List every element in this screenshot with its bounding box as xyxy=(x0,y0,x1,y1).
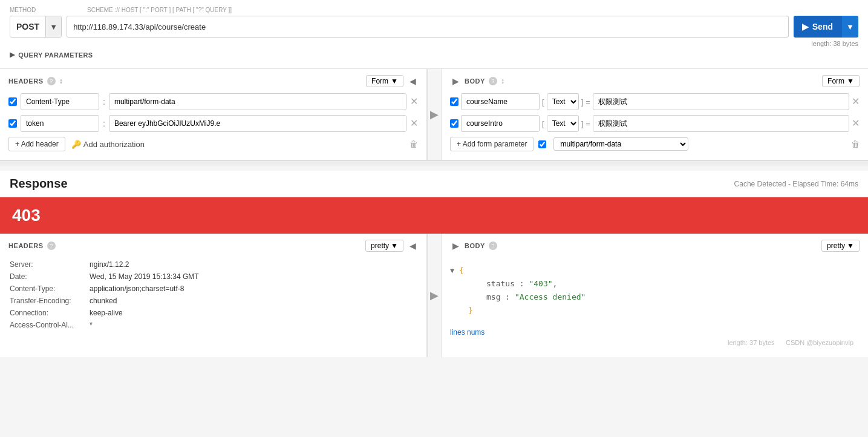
url-scheme-hint: SCHEME :// HOST [ ":" PORT ] [ PATH [ "?… xyxy=(87,7,232,13)
body-row-1-checkbox[interactable] xyxy=(450,97,458,106)
body-row-1: [ Text File ] = ✕ xyxy=(450,93,860,110)
panel-collapse-arrow[interactable]: ▶ xyxy=(430,108,439,121)
csdn-label: CSDN @biyezuopinvip xyxy=(786,339,853,346)
json-msg-colon: : xyxy=(505,292,515,301)
resp-header-date-value: Wed, 15 May 2019 15:13:34 GMT xyxy=(90,271,199,282)
headers-panel: HEADERS ? ↕ Form ▼ ◀ : ✕ : ✕ xyxy=(0,69,427,160)
lines-nums-link[interactable]: lines nums xyxy=(450,328,860,337)
resp-header-server-value: nginx/1.12.2 xyxy=(90,259,199,270)
resp-headers-pretty-btn[interactable]: pretty ▼ xyxy=(365,240,403,252)
header-row-1-remove[interactable]: ✕ xyxy=(410,97,418,107)
header-row-2-value[interactable] xyxy=(109,115,406,132)
json-status-colon: : xyxy=(520,279,529,288)
json-status-key: status xyxy=(486,279,515,288)
body-info-icon[interactable]: ? xyxy=(489,77,497,85)
body-row-1-close-bracket: ] xyxy=(581,97,584,107)
body-panel: ▶ BODY ? ↕ Form ▼ [ Text File ] = ✕ xyxy=(442,69,868,160)
resp-collapse-arrow[interactable]: ▶ xyxy=(430,289,439,302)
body-row-2-value[interactable] xyxy=(593,115,849,132)
body-form-chevron: ▼ xyxy=(847,77,854,85)
resp-headers-info-icon[interactable]: ? xyxy=(47,242,56,250)
response-body-panel: ▶ BODY ? pretty ▼ ▼ { status : xyxy=(442,234,868,357)
body-trash-icon[interactable]: 🗑 xyxy=(851,139,860,149)
header-row-2: : ✕ xyxy=(8,115,418,132)
multipart-select[interactable]: multipart/form-data application/x-www-fo… xyxy=(553,137,688,151)
resp-header-connection-value: keep-alive xyxy=(90,307,199,318)
url-row: POST ▼ ▶ Send ▼ xyxy=(10,16,858,38)
json-close-brace: } xyxy=(468,306,473,315)
json-msg-row: msg : "Access denied" xyxy=(450,291,860,304)
header-row-1: : ✕ xyxy=(8,93,418,110)
resp-body-pretty-chevron: ▼ xyxy=(847,242,854,250)
headers-info-icon[interactable]: ? xyxy=(47,77,56,85)
headers-sort-icon[interactable]: ↕ xyxy=(59,77,63,85)
headers-form-btn[interactable]: Form ▼ xyxy=(366,75,403,87)
body-row-2-type[interactable]: Text File xyxy=(547,115,579,132)
resp-header-content-type-key: Content-Type: xyxy=(10,283,88,294)
resp-header-transfer-encoding-value: chunked xyxy=(90,295,199,306)
body-row-1-remove[interactable]: ✕ xyxy=(852,97,860,107)
json-collapse-arrow[interactable]: ▼ xyxy=(450,266,454,275)
body-bottom-row: + Add form parameter multipart/form-data… xyxy=(450,137,860,151)
body-form-btn[interactable]: Form ▼ xyxy=(822,75,860,87)
resp-header-server-key: Server: xyxy=(10,259,88,270)
header-row-2-remove[interactable]: ✕ xyxy=(410,119,418,128)
resp-header-content-type-value: application/json;charset=utf-8 xyxy=(90,283,199,294)
json-collapse-row: ▼ { xyxy=(450,264,860,277)
url-input[interactable] xyxy=(67,16,789,38)
add-header-button[interactable]: + Add header xyxy=(8,137,65,151)
headers-collapse-btn[interactable]: ◀ xyxy=(407,76,418,87)
header-row-2-key[interactable] xyxy=(21,115,99,132)
body-row-2-checkbox[interactable] xyxy=(450,119,458,128)
resp-headers-title: HEADERS xyxy=(8,242,44,249)
method-box: POST ▼ xyxy=(10,16,62,38)
resp-header-server: Server: nginx/1.12.2 xyxy=(10,259,199,270)
url-length-info: length: 38 bytes xyxy=(10,40,858,47)
request-panels: HEADERS ? ↕ Form ▼ ◀ : ✕ : ✕ xyxy=(0,69,868,161)
body-title: BODY xyxy=(465,77,485,85)
resp-headers-collapse-btn[interactable]: ◀ xyxy=(407,240,418,251)
add-auth-button[interactable]: 🔑 Add authorization xyxy=(71,140,145,149)
send-label: Send xyxy=(812,22,833,31)
body-row-1-key[interactable] xyxy=(461,93,540,110)
json-close-row: } xyxy=(450,304,860,317)
resp-header-access-control: Access-Control-Al... * xyxy=(10,320,199,330)
header-row-1-key[interactable] xyxy=(21,93,99,110)
resp-header-transfer-encoding-key: Transfer-Encoding: xyxy=(10,295,88,306)
json-tree: ▼ { status : "403", msg : "Access denied… xyxy=(450,258,860,323)
resp-body-pretty-label: pretty xyxy=(827,242,845,250)
resp-header-connection: Connection: keep-alive xyxy=(10,307,199,318)
body-row-2-key[interactable] xyxy=(461,115,540,132)
header-row-2-checkbox[interactable] xyxy=(8,119,17,128)
resp-body-pretty-btn[interactable]: pretty ▼ xyxy=(821,240,860,252)
headers-trash-icon[interactable]: 🗑 xyxy=(410,139,418,149)
method-dropdown[interactable]: ▼ xyxy=(45,16,61,37)
body-expand-arrow[interactable]: ▶ xyxy=(450,76,461,87)
body-header-right: Form ▼ xyxy=(822,75,860,87)
response-title: Response xyxy=(10,177,68,191)
status-code: 403 xyxy=(12,206,41,225)
resp-body-expand-arrow[interactable]: ▶ xyxy=(450,240,461,251)
json-status-value: "403" xyxy=(529,279,552,288)
add-form-param-button[interactable]: + Add form parameter xyxy=(450,137,534,151)
resp-body-info-icon[interactable]: ? xyxy=(489,242,497,250)
add-form-param-label: + Add form parameter xyxy=(457,140,527,148)
resp-header-transfer-encoding: Transfer-Encoding: chunked xyxy=(10,295,199,306)
send-icon: ▶ xyxy=(802,22,809,31)
csdn-watermark: length: 37 bytes CSDN @biyezuopinvip xyxy=(450,337,860,349)
resp-headers-table: Server: nginx/1.12.2 Date: Wed, 15 May 2… xyxy=(8,258,200,332)
header-row-1-checkbox[interactable] xyxy=(8,97,17,106)
header-row-1-value[interactable] xyxy=(109,93,406,110)
status-bar: 403 xyxy=(0,197,868,234)
body-row-1-value[interactable] xyxy=(593,93,849,110)
query-params-toggle[interactable]: ▶ QUERY PARAMETERS xyxy=(10,47,858,62)
send-dropdown[interactable]: ▼ xyxy=(841,16,858,38)
multipart-checkbox[interactable] xyxy=(538,140,546,148)
send-button[interactable]: ▶ Send xyxy=(794,16,841,38)
headers-header-right: Form ▼ ◀ xyxy=(366,75,418,87)
body-row-1-type[interactable]: Text File xyxy=(547,93,579,110)
cache-info: Cache Detected - Elapsed Time: 64ms xyxy=(734,180,858,188)
key-icon: 🔑 xyxy=(71,140,81,149)
body-row-2-remove[interactable]: ✕ xyxy=(852,119,860,128)
body-sort-icon[interactable]: ↕ xyxy=(501,77,504,85)
